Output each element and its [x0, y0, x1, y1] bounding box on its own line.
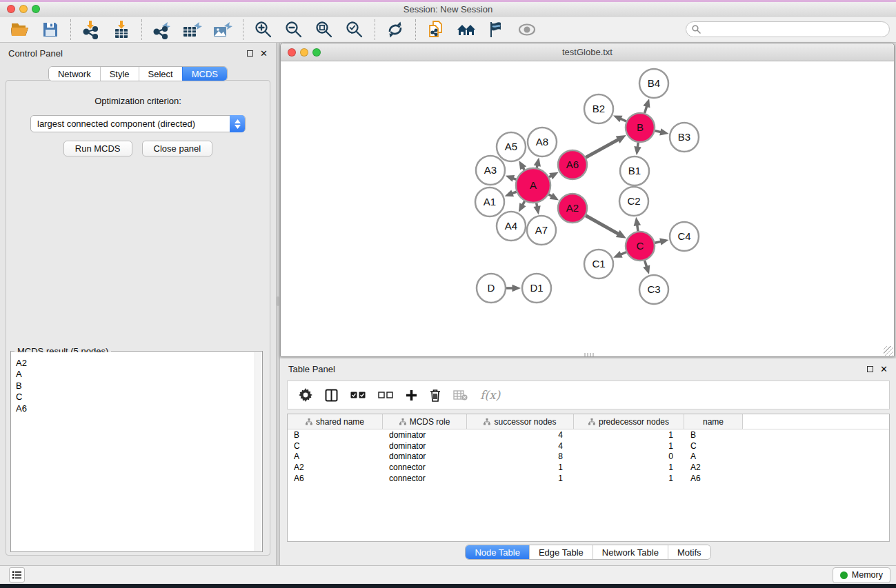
- edge-A6-B[interactable]: [586, 139, 618, 157]
- delete-table-icon[interactable]: [453, 390, 468, 401]
- edge-A-A1[interactable]: [512, 192, 516, 193]
- flag-icon[interactable]: [485, 19, 508, 41]
- edge-B-B3[interactable]: [655, 131, 661, 132]
- import-network-icon[interactable]: [79, 19, 103, 41]
- import-table-icon[interactable]: [110, 19, 133, 41]
- float-panel-icon[interactable]: [247, 50, 253, 57]
- close-panel-icon[interactable]: ✕: [260, 49, 268, 58]
- run-mcds-button[interactable]: Run MCDS: [63, 141, 132, 156]
- tab-node-table[interactable]: Node Table: [466, 545, 529, 559]
- cell-shared-name[interactable]: C: [288, 441, 383, 451]
- table-row[interactable]: A6connector11A6: [288, 473, 889, 484]
- cell-predecessor-nodes[interactable]: 1: [574, 474, 684, 483]
- copy-document-icon[interactable]: [424, 19, 448, 41]
- cell-name[interactable]: B: [684, 430, 743, 440]
- unchecked-boxes-icon[interactable]: [378, 392, 393, 398]
- edge-C-C2[interactable]: [637, 225, 638, 231]
- column-header-mcds-role[interactable]: MCDS role: [383, 414, 467, 429]
- export-image-icon[interactable]: [211, 19, 235, 41]
- cell-name[interactable]: A: [684, 452, 743, 461]
- table-row[interactable]: Adominator80A: [288, 452, 889, 463]
- gear-icon[interactable]: [299, 388, 312, 402]
- edge-B-B1[interactable]: [637, 143, 638, 148]
- tab-select[interactable]: Select: [139, 67, 182, 81]
- edge-B-B2[interactable]: [620, 119, 626, 121]
- edge-C-C3[interactable]: [645, 261, 647, 267]
- plus-icon[interactable]: [406, 389, 417, 401]
- table-row[interactable]: Cdominator41C: [288, 440, 889, 452]
- export-network-icon[interactable]: [150, 19, 174, 41]
- tab-network[interactable]: Network: [49, 67, 100, 81]
- cell-predecessor-nodes[interactable]: 1: [574, 430, 684, 440]
- cell-successor-nodes[interactable]: 4: [467, 430, 574, 440]
- zoom-fit-icon[interactable]: [312, 19, 336, 41]
- cell-mcds-role[interactable]: connector: [383, 474, 467, 483]
- cell-successor-nodes[interactable]: 1: [467, 474, 574, 483]
- function-button[interactable]: f(x): [480, 388, 500, 402]
- edge-A2-C[interactable]: [586, 216, 618, 234]
- cell-predecessor-nodes[interactable]: 0: [574, 452, 684, 461]
- mcds-list-scrollbar[interactable]: [255, 352, 261, 551]
- cell-mcds-role[interactable]: dominator: [383, 452, 467, 461]
- zoom-selected-icon[interactable]: [343, 19, 366, 41]
- mcds-result-list[interactable]: A2ABCA6: [12, 352, 255, 551]
- columns-icon[interactable]: [325, 389, 338, 402]
- checked-boxes-icon[interactable]: [350, 392, 366, 398]
- cell-shared-name[interactable]: B: [288, 430, 383, 440]
- mcds-result-item[interactable]: A: [12, 369, 255, 380]
- tab-mcds[interactable]: MCDS: [182, 67, 227, 81]
- open-folder-icon[interactable]: [8, 19, 32, 41]
- cell-shared-name[interactable]: A2: [288, 463, 383, 472]
- float-table-panel-icon[interactable]: [867, 366, 873, 372]
- close-panel-button[interactable]: Close panel: [142, 141, 213, 156]
- table-row[interactable]: Bdominator41B: [288, 429, 889, 440]
- cell-successor-nodes[interactable]: 8: [467, 452, 574, 461]
- column-header-name[interactable]: name: [684, 414, 743, 429]
- eye-icon[interactable]: [515, 19, 539, 41]
- zoom-out-icon[interactable]: [282, 19, 306, 41]
- cell-successor-nodes[interactable]: 1: [467, 463, 574, 472]
- memory-button[interactable]: Memory: [833, 567, 890, 583]
- trash-icon[interactable]: [430, 389, 441, 402]
- edge-C-C4[interactable]: [655, 241, 661, 243]
- network-bottom-grip[interactable]: [584, 353, 594, 356]
- mcds-result-item[interactable]: A2: [12, 358, 255, 369]
- cell-successor-nodes[interactable]: 4: [467, 441, 574, 451]
- network-resize-grip[interactable]: [884, 346, 893, 356]
- network-graph[interactable]: B4B2BB3A8A5A6A3B1AA1C2A2A4A7C4CC1C3DD1: [281, 61, 894, 356]
- cell-predecessor-nodes[interactable]: 1: [574, 463, 684, 472]
- close-table-panel-icon[interactable]: ✕: [880, 365, 888, 374]
- cell-mcds-role[interactable]: dominator: [383, 441, 467, 451]
- edge-B-B4[interactable]: [645, 106, 647, 113]
- cell-name[interactable]: A2: [684, 463, 743, 472]
- column-header-successor-nodes[interactable]: successor nodes: [467, 414, 574, 429]
- mcds-result-item[interactable]: A6: [12, 403, 255, 414]
- cell-predecessor-nodes[interactable]: 1: [574, 441, 684, 451]
- tab-edge-table[interactable]: Edge Table: [529, 545, 593, 559]
- cell-name[interactable]: A6: [684, 474, 743, 483]
- mcds-result-item[interactable]: B: [12, 381, 255, 392]
- cell-mcds-role[interactable]: connector: [383, 463, 467, 472]
- cell-shared-name[interactable]: A6: [288, 474, 383, 483]
- cell-shared-name[interactable]: A: [288, 452, 383, 461]
- save-icon[interactable]: [39, 19, 62, 41]
- mcds-result-item[interactable]: C: [12, 392, 255, 403]
- edge-C-C1[interactable]: [621, 252, 626, 255]
- network-canvas[interactable]: B4B2BB3A8A5A6A3B1AA1C2A2A4A7C4CC1C3DD1: [281, 61, 894, 356]
- dropdown-stepper-icon[interactable]: [230, 115, 245, 132]
- refresh-icon[interactable]: [384, 19, 407, 41]
- column-header-predecessor-nodes[interactable]: predecessor nodes: [574, 414, 684, 429]
- two-houses-icon[interactable]: [455, 19, 478, 41]
- splitter-grip[interactable]: [277, 296, 279, 306]
- task-history-button[interactable]: [9, 567, 25, 582]
- tab-motifs[interactable]: Motifs: [668, 545, 710, 559]
- column-header-shared-name[interactable]: shared name: [288, 414, 383, 429]
- zoom-in-icon[interactable]: [252, 19, 275, 41]
- optimization-criterion-dropdown[interactable]: largest connected component (directed): [30, 115, 246, 132]
- tab-network-table[interactable]: Network Table: [593, 545, 668, 559]
- cell-mcds-role[interactable]: dominator: [383, 430, 467, 440]
- table-row[interactable]: A2connector11A2: [288, 462, 889, 473]
- cell-name[interactable]: C: [684, 441, 743, 451]
- export-table-icon[interactable]: [181, 19, 204, 41]
- tab-style[interactable]: Style: [100, 67, 139, 81]
